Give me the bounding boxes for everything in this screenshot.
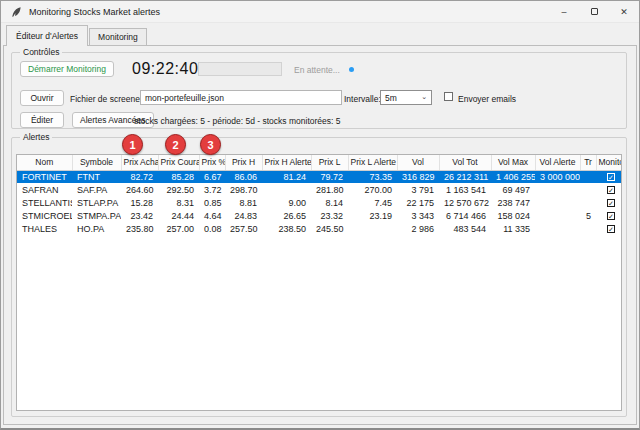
maximize-button[interactable]: [579, 1, 609, 22]
maximize-icon: [591, 8, 598, 15]
cell-buy: 235.80: [121, 222, 158, 235]
cell-high_alert: [262, 183, 311, 196]
tab-content-pane: Contrôles Démarrer Monitoring 09:22:40 E…: [3, 45, 637, 425]
cell-vol_max: 238 747: [491, 196, 535, 209]
alerts-table: NomSymbolePrix AchatPrix CourantPrix %Pr…: [16, 154, 622, 411]
cell-vol_max: 69 497: [491, 183, 535, 196]
cell-high_alert: 81.24: [262, 170, 311, 183]
cell-vol: 316 829: [397, 170, 439, 183]
cell-tr: [580, 222, 596, 235]
send-emails-label: Envoyer emails: [458, 94, 516, 104]
start-monitoring-button[interactable]: Démarrer Monitoring: [20, 61, 114, 77]
minimize-button[interactable]: –: [549, 1, 579, 22]
cell-pct: 3.72: [199, 183, 225, 196]
table-row[interactable]: SAFRANSAF.PA264.60292.503.72298.70281.80…: [17, 183, 622, 196]
cell-low_alert: 7.45: [348, 196, 397, 209]
column-header-current[interactable]: Prix Courant: [158, 155, 199, 170]
cell-monitor[interactable]: ✓: [596, 170, 622, 183]
app-window: Monitoring Stocks Market alertes – ✕ Édi…: [0, 0, 640, 430]
column-header-high_alert[interactable]: Prix H Alerte: [262, 155, 311, 170]
column-header-low[interactable]: Prix L: [311, 155, 348, 170]
cell-buy: 23.42: [121, 209, 158, 222]
cell-vol_alert: [535, 196, 580, 209]
cell-name: STELLANTIS: [17, 196, 72, 209]
monitor-checkbox[interactable]: ✓: [607, 199, 615, 207]
cell-vol_alert: 3 000 000: [535, 170, 580, 183]
cell-high: 298.70: [225, 183, 262, 196]
table-row[interactable]: FORTINETFTNT82.7285.286.6786.0681.2479.7…: [17, 170, 622, 183]
cell-monitor[interactable]: ✓: [596, 209, 622, 222]
cell-symbol: STLAP.PA: [72, 196, 121, 209]
edit-button[interactable]: Éditer: [20, 112, 64, 128]
cell-low_alert: 270.00: [348, 183, 397, 196]
interval-value: 5m: [385, 93, 397, 103]
cell-vol_alert: [535, 209, 580, 222]
screener-file-input[interactable]: mon-portefeuille.json: [140, 90, 342, 105]
cell-symbol: FTNT: [72, 170, 121, 183]
cell-monitor[interactable]: ✓: [596, 222, 622, 235]
cell-high: 8.81: [225, 196, 262, 209]
table-header-row: NomSymbolePrix AchatPrix CourantPrix %Pr…: [17, 155, 622, 170]
column-header-name[interactable]: Nom: [17, 155, 72, 170]
column-header-tr[interactable]: Tr: [580, 155, 596, 170]
tab-bar: Éditeur d'Alertes Monitoring: [6, 25, 639, 45]
cell-current: 24.44: [158, 209, 199, 222]
monitor-checkbox[interactable]: ✓: [607, 173, 615, 181]
send-emails-checkbox[interactable]: [444, 92, 453, 101]
column-header-symbol[interactable]: Symbole: [72, 155, 121, 170]
cell-vol: 2 986: [397, 222, 439, 235]
cell-symbol: HO.PA: [72, 222, 121, 235]
column-header-vol_tot[interactable]: Vol Tot: [439, 155, 491, 170]
cell-pct: 6.67: [199, 170, 225, 183]
cell-current: 257.00: [158, 222, 199, 235]
cell-monitor[interactable]: ✓: [596, 183, 622, 196]
cell-vol: 3 343: [397, 209, 439, 222]
cell-low: 79.72: [311, 170, 348, 183]
column-header-high[interactable]: Prix H: [225, 155, 262, 170]
cell-buy: 15.28: [121, 196, 158, 209]
monitor-checkbox[interactable]: ✓: [607, 225, 615, 233]
open-button[interactable]: Ouvrir: [20, 90, 64, 106]
tab-editeur-alertes[interactable]: Éditeur d'Alertes: [6, 25, 88, 46]
column-header-vol_alert[interactable]: Vol Alerte: [535, 155, 580, 170]
monitor-checkbox[interactable]: ✓: [607, 212, 615, 220]
table-row[interactable]: THALESHO.PA235.80257.000.08257.50238.502…: [17, 222, 622, 235]
close-button[interactable]: ✕: [609, 1, 639, 22]
table-row[interactable]: STELLANTISSTLAP.PA15.288.310.858.819.008…: [17, 196, 622, 209]
cell-buy: 82.72: [121, 170, 158, 183]
alerts-table-body: FORTINETFTNT82.7285.286.6786.0681.2479.7…: [17, 170, 622, 235]
cell-buy: 264.60: [121, 183, 158, 196]
cell-monitor[interactable]: ✓: [596, 196, 622, 209]
column-header-monitor[interactable]: Monitor: [596, 155, 622, 170]
waiting-status: En attente...: [294, 65, 340, 75]
cell-name: STMICROELECTR: [17, 209, 72, 222]
annotation-badge-1: 1: [122, 134, 143, 155]
column-header-low_alert[interactable]: Prix L Alerte: [348, 155, 397, 170]
cell-tr: [580, 170, 596, 183]
cell-current: 8.31: [158, 196, 199, 209]
cell-high_alert: 238.50: [262, 222, 311, 235]
screener-file-label: Fichier de screener :: [70, 94, 147, 104]
tab-monitoring[interactable]: Monitoring: [89, 28, 147, 45]
table-row[interactable]: STMICROELECTRSTMPA.PA23.4224.444.6424.83…: [17, 209, 622, 222]
cell-high: 24.83: [225, 209, 262, 222]
column-header-pct[interactable]: Prix %: [199, 155, 225, 170]
title-bar[interactable]: Monitoring Stocks Market alertes – ✕: [1, 1, 639, 23]
cell-vol_alert: [535, 222, 580, 235]
cell-tr: 5: [580, 209, 596, 222]
cell-high_alert: 26.65: [262, 209, 311, 222]
cell-low_alert: 23.19: [348, 209, 397, 222]
window-title: Monitoring Stocks Market alertes: [29, 7, 160, 17]
cell-current: 85.28: [158, 170, 199, 183]
cell-pct: 0.08: [199, 222, 225, 235]
annotation-badge-2: 2: [165, 134, 186, 155]
monitor-checkbox[interactable]: ✓: [607, 186, 615, 194]
cell-vol_tot: 483 544: [439, 222, 491, 235]
column-header-vol_max[interactable]: Vol Max: [491, 155, 535, 170]
alerts-groupbox: Alertes NomSymbolePrix AchatPrix Courant…: [11, 137, 627, 417]
interval-select[interactable]: 5m ⌄: [380, 90, 432, 105]
cell-low: 8.14: [311, 196, 348, 209]
column-header-vol[interactable]: Vol: [397, 155, 439, 170]
column-header-buy[interactable]: Prix Achat: [121, 155, 158, 170]
cell-pct: 0.85: [199, 196, 225, 209]
